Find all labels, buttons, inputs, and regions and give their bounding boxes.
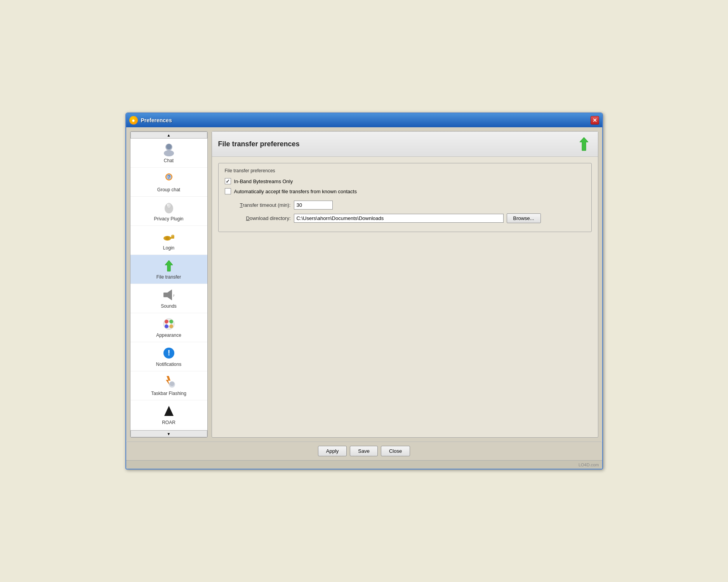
sidebar: ▲ Chat [130,131,208,438]
svg-point-9 [167,204,169,206]
sidebar-item-privacy-label: Privacy Plugin [154,216,183,222]
checkbox-inband[interactable] [225,178,231,184]
download-directory-label: Download directory: [225,215,291,221]
svg-point-25 [167,322,170,326]
sidebar-item-notifications[interactable]: ! Notifications [130,342,207,371]
fieldset-legend: File transfer preferences [225,168,585,173]
svg-text:?: ? [167,174,170,180]
roar-icon [162,404,176,418]
checkbox-inband-label: In-Band Bytestreams Only [234,178,293,184]
file-transfer-icon [162,259,176,273]
appearance-icon [162,317,176,331]
svg-text:!: ! [167,348,170,357]
sidebar-item-sounds-label: Sounds [161,303,177,309]
file-transfer-fieldset: File transfer preferences In-Band Bytest… [218,163,592,232]
window-body: ▲ Chat [126,127,602,442]
main-content: File transfer preferences File transfer … [212,131,598,438]
sidebar-scroll-down[interactable]: ▼ [130,430,207,437]
sidebar-item-roar-label: ROAR [162,420,175,425]
sidebar-item-file-transfer[interactable]: File transfer [130,255,207,284]
checkbox-autoacc[interactable] [225,188,231,194]
svg-marker-31 [164,406,174,416]
sidebar-item-taskbar-label: Taskbar Flashing [151,391,186,396]
sidebar-item-appearance-label: Appearance [156,333,181,338]
download-directory-input[interactable] [294,214,504,223]
sidebar-item-notifications-label: Notifications [156,362,181,367]
content-title: File transfer preferences [218,140,300,148]
preferences-window: ● Preferences ✕ ▲ Chat [125,113,603,469]
sidebar-item-login-label: Login [163,245,174,251]
sounds-icon: ♪ [162,288,176,302]
svg-rect-17 [163,293,167,297]
transfer-timeout-input[interactable] [294,201,333,210]
checkbox-inband-row: In-Band Bytestreams Only [225,178,585,184]
svg-marker-15 [165,260,173,271]
sidebar-item-login[interactable]: Login [130,226,207,255]
sidebar-item-privacy-plugin[interactable]: Privacy Plugin [130,197,207,226]
sidebar-item-taskbar-flashing[interactable]: Taskbar Flashing [130,371,207,400]
transfer-timeout-row: Transfer timeout (min): [225,201,585,210]
browse-button[interactable]: Browse... [507,213,541,223]
download-directory-row: Download directory: Browse... [225,213,585,223]
login-icon [162,230,176,244]
apply-button[interactable]: Apply [318,446,347,456]
window-title: Preferences [141,117,591,123]
checkbox-autoacc-row: Automatically accept file transfers from… [225,188,585,194]
statusbar-logo: LO4D.com [579,462,599,467]
content-header-icon [576,136,592,152]
sidebar-item-sounds[interactable]: ♪ Sounds [130,284,207,313]
checkbox-autoacc-label: Automatically accept file transfers from… [234,189,357,194]
title-bar: ● Preferences ✕ [126,113,602,127]
svg-marker-18 [167,289,172,300]
sidebar-item-file-transfer-label: File transfer [156,274,181,280]
sidebar-nav: Chat ? Group chat [130,139,207,430]
sidebar-item-appearance[interactable]: Appearance [130,313,207,342]
privacy-icon [162,201,176,215]
sidebar-item-roar[interactable]: ROAR [130,400,207,430]
statusbar: LO4D.com [126,460,602,469]
sidebar-item-chat-label: Chat [164,158,174,163]
svg-point-1 [164,150,174,156]
svg-point-11 [165,236,169,240]
group-chat-icon: ? [162,171,176,185]
svg-marker-32 [580,137,588,151]
content-header: File transfer preferences [212,132,598,157]
footer: Apply Save Close [126,442,602,460]
sidebar-scroll-up[interactable]: ▲ [130,132,207,139]
chat-icon [162,142,176,156]
content-body: File transfer preferences In-Band Bytest… [212,157,598,437]
window-icon: ● [129,116,138,125]
close-button[interactable]: Close [381,446,410,456]
save-button[interactable]: Save [350,446,378,456]
sidebar-item-chat[interactable]: Chat [130,139,207,168]
notifications-icon: ! [162,346,176,360]
svg-point-2 [166,144,172,149]
sidebar-item-group-chat[interactable]: ? Group chat [130,168,207,197]
taskbar-flashing-icon [162,375,176,389]
sidebar-item-group-chat-label: Group chat [157,187,180,192]
svg-point-30 [170,381,174,386]
transfer-timeout-label: Transfer timeout (min): [225,202,291,208]
window-close-button[interactable]: ✕ [591,116,599,125]
svg-text:♪: ♪ [173,293,175,297]
